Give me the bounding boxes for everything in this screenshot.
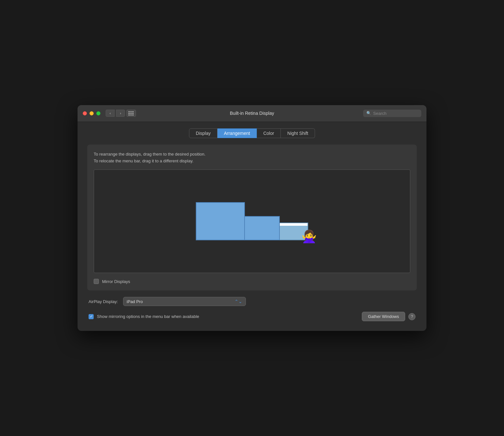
main-window: ‹ › Built-in Retina Display 🔍 Search Dis…: [78, 105, 426, 331]
forward-button[interactable]: ›: [116, 110, 125, 117]
tab-night-shift[interactable]: Night Shift: [281, 128, 315, 138]
description-line-1: To rearrange the displays, drag them to …: [94, 151, 410, 158]
show-mirroring-checkbox[interactable]: ✓: [89, 314, 94, 319]
monitor-third[interactable]: 🙅‍♀️: [279, 223, 308, 240]
window-title: Built-in Retina Display: [230, 111, 274, 116]
forward-icon: ›: [120, 111, 121, 115]
content-area: Display Arrangement Color Night Shift To…: [78, 122, 426, 331]
tab-color[interactable]: Color: [257, 128, 281, 138]
airplay-label: AirPlay Display:: [89, 299, 118, 304]
arrangement-panel: To rearrange the displays, drag them to …: [87, 145, 417, 291]
monitor-secondary[interactable]: [244, 216, 280, 240]
action-buttons: Gather Windows ?: [362, 312, 415, 321]
traffic-lights: [83, 111, 100, 115]
mirror-displays-row: Mirror Displays: [94, 279, 410, 284]
monitor-group: 🙅‍♀️: [196, 202, 308, 240]
titlebar: ‹ › Built-in Retina Display 🔍 Search: [78, 105, 426, 122]
search-bar[interactable]: 🔍 Search: [363, 110, 421, 117]
airplay-value: iPad Pro: [127, 299, 143, 304]
dropdown-arrow-icon: ⌃⌄: [235, 299, 242, 304]
display-arrangement: 🙅‍♀️: [94, 170, 410, 273]
action-row: ✓ Show mirroring options in the menu bar…: [89, 312, 415, 321]
help-button[interactable]: ?: [408, 313, 415, 320]
search-icon: 🔍: [366, 111, 371, 115]
nav-buttons: ‹ ›: [106, 110, 125, 117]
search-placeholder: Search: [373, 111, 386, 116]
back-button[interactable]: ‹: [106, 110, 115, 117]
grid-view-button[interactable]: [126, 110, 136, 117]
bottom-section: AirPlay Display: iPad Pro ⌃⌄ ✓ Show mirr…: [87, 297, 417, 321]
minimize-button[interactable]: [89, 111, 94, 115]
close-button[interactable]: [83, 111, 87, 115]
tab-display[interactable]: Display: [189, 128, 217, 138]
panel-description: To rearrange the displays, drag them to …: [94, 151, 410, 165]
tab-bar: Display Arrangement Color Night Shift: [87, 128, 417, 138]
mirror-displays-checkbox[interactable]: [94, 279, 99, 284]
airplay-dropdown[interactable]: iPad Pro ⌃⌄: [123, 297, 246, 306]
checkmark-icon: ✓: [90, 315, 93, 318]
mirror-displays-label: Mirror Displays: [102, 279, 130, 284]
emoji-decoration: 🙅‍♀️: [301, 229, 317, 244]
display-arrangement-area[interactable]: 🙅‍♀️: [94, 169, 410, 273]
gather-windows-button[interactable]: Gather Windows: [362, 312, 405, 321]
tab-arrangement[interactable]: Arrangement: [217, 128, 257, 138]
grid-icon: [129, 111, 134, 115]
airplay-row: AirPlay Display: iPad Pro ⌃⌄: [89, 297, 415, 306]
show-mirroring-label: Show mirroring options in the menu bar w…: [97, 314, 199, 319]
menubar-indicator: [280, 223, 308, 226]
monitor-main[interactable]: [196, 202, 245, 240]
maximize-button[interactable]: [96, 111, 100, 115]
description-line-2: To relocate the menu bar, drag it to a d…: [94, 158, 410, 165]
show-mirroring-row: ✓ Show mirroring options in the menu bar…: [89, 314, 199, 319]
back-icon: ‹: [110, 111, 111, 115]
